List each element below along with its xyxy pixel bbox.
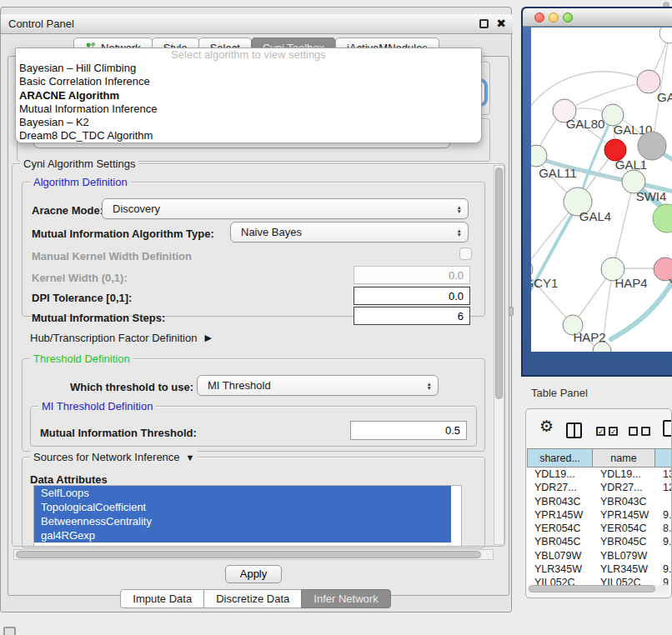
mi-algorithm-type-combobox[interactable]: Naive Bayes ▲▼ — [230, 222, 469, 242]
which-threshold-combobox[interactable]: MI Threshold ▲▼ — [197, 375, 439, 396]
panel-title: Control Panel — [8, 18, 74, 30]
minimize-window-icon[interactable] — [549, 12, 559, 22]
table-cell[interactable]: YDR27... — [527, 481, 593, 494]
settings-horizontal-scrollbar[interactable] — [13, 549, 494, 560]
table-hscrollbar-thumb[interactable] — [529, 585, 655, 592]
split-columns-icon[interactable] — [566, 422, 582, 438]
network-edge[interactable] — [531, 204, 578, 307]
tab-infer-network[interactable]: Infer Network — [301, 589, 390, 608]
table-cell[interactable]: YLR345W — [593, 562, 655, 576]
table-row[interactable]: YBR045CYBR045C9. — [527, 535, 672, 548]
table-row[interactable]: YDR27...YDR27...12 — [527, 481, 672, 494]
table-cell[interactable]: YLR345W — [527, 562, 593, 576]
dpi-tolerance-label: DPI Tolerance [0,1]: — [32, 292, 132, 304]
algorithm-option-bayesian-k2[interactable]: Bayesian – K2 — [16, 116, 481, 129]
table-cell[interactable]: 9. — [655, 562, 672, 576]
checked-checkbox-icon[interactable]: ✓ — [609, 427, 618, 436]
network-node[interactable] — [659, 28, 672, 43]
table-cell[interactable]: YBR043C — [593, 495, 655, 508]
table-row[interactable]: YPR145WYPR145W9. — [527, 508, 672, 522]
network-node-label: Y — [669, 276, 672, 290]
attribute-item-selfloops[interactable]: SelfLoops — [34, 486, 451, 500]
table-cell[interactable]: 12 — [655, 481, 672, 494]
network-edge[interactable] — [531, 72, 649, 118]
network-canvas[interactable]: GALGAL80GAL10GAL1GAL11SWI4GAL4GCY1HAP4YH… — [531, 28, 672, 352]
table-cell[interactable]: YDL19... — [527, 468, 593, 481]
hub-definition-toggle[interactable]: Hub/Transcription Factor Definition ▶ — [30, 332, 212, 344]
table-row[interactable]: YER054CYER054C8. — [527, 522, 672, 535]
table-cell[interactable]: YPR145W — [527, 508, 593, 522]
manual-kernel-width-checkbox[interactable] — [459, 248, 472, 260]
maximize-window-icon[interactable] — [563, 12, 573, 22]
table-cell[interactable]: 8. — [655, 522, 672, 535]
tab-discretize-data[interactable]: Discretize Data — [203, 589, 302, 608]
algorithm-option-aracne-algorithm[interactable]: ARACNE Algorithm — [16, 89, 481, 102]
table-cell[interactable]: YBL079W — [527, 549, 593, 562]
gear-icon[interactable]: ⚙ — [539, 417, 554, 436]
docked-panel-icon[interactable] — [3, 627, 16, 635]
table-cell[interactable]: YDL19... — [593, 468, 655, 481]
table-row[interactable]: YDL19...YDL19...13 — [527, 468, 672, 481]
network-node[interactable] — [638, 132, 666, 160]
algorithm-option-mutual-information-inference[interactable]: Mutual Information Inference — [16, 102, 481, 116]
mi-threshold-input[interactable] — [350, 421, 467, 440]
sources-group-title-row[interactable]: Sources for Network Inference ▼ — [30, 451, 198, 463]
table-cell[interactable]: YBR043C — [527, 495, 593, 508]
unchecked-checkbox-icon[interactable] — [629, 427, 638, 436]
settings-group-title: Cyni Algorithm Settings — [20, 158, 138, 170]
column-header-shared[interactable]: shared... — [527, 448, 593, 468]
table-row[interactable]: YLR345WYLR345W9. — [527, 562, 672, 576]
aracne-mode-combobox[interactable]: Discovery ▲▼ — [102, 198, 469, 219]
table-horizontal-scrollbar[interactable] — [528, 585, 669, 592]
column-header-name[interactable]: name — [593, 448, 655, 468]
algorithm-option-basic-correlation-inference[interactable]: Basic Correlation Inference — [16, 75, 481, 88]
close-panel-icon[interactable]: ✖ — [496, 17, 506, 30]
checked-checkbox-icon[interactable]: ✓ — [596, 427, 605, 436]
network-node[interactable] — [653, 204, 672, 232]
table-cell[interactable]: YDR27... — [593, 481, 655, 494]
document-icon[interactable] — [663, 420, 672, 437]
table-cell[interactable]: YBR045C — [527, 535, 593, 548]
table-panel: ⚙ ✓ ✓ shared...name YDL19...YDL19...13YD… — [525, 408, 672, 598]
attribute-item-topologicalcoefficient[interactable]: TopologicalCoefficient — [34, 500, 451, 514]
network-node-gal11[interactable] — [531, 145, 547, 167]
network-window-titlebar[interactable] — [523, 8, 672, 27]
table-cell[interactable]: 13 — [655, 468, 672, 481]
table-cell[interactable]: YER054C — [527, 522, 593, 535]
column-header-cut[interactable] — [655, 448, 672, 468]
table-cell[interactable]: YER054C — [593, 522, 655, 535]
table-row[interactable]: YBL079WYBL079W — [527, 549, 672, 562]
algorithm-definition-title: Algorithm Definition — [30, 176, 131, 188]
panel-splitter-handle[interactable] — [509, 307, 514, 316]
table-cell[interactable]: YBR045C — [593, 535, 655, 548]
settings-scrollbar-thumb[interactable] — [495, 168, 503, 399]
attribute-item-gal4rgexp[interactable]: gal4RGexp — [34, 528, 451, 542]
expand-right-icon: ▶ — [204, 332, 211, 343]
apply-button[interactable]: Apply — [225, 565, 282, 583]
network-node-label: GAL11 — [539, 166, 577, 180]
dpi-tolerance-input[interactable] — [354, 287, 470, 305]
kernel-width-input[interactable] — [354, 266, 470, 284]
network-node-label: GAL — [657, 90, 672, 104]
table-row[interactable]: YBR043CYBR043C — [527, 495, 672, 508]
table-cell[interactable] — [655, 549, 672, 562]
attribute-item-betweennesscentrality[interactable]: BetweennessCentrality — [34, 514, 451, 528]
table-cell[interactable]: YBL079W — [593, 549, 655, 562]
float-panel-icon[interactable] — [479, 19, 489, 28]
table-cell[interactable] — [655, 495, 672, 508]
close-window-icon[interactable] — [534, 12, 544, 22]
settings-hscrollbar-thumb[interactable] — [16, 551, 481, 558]
tab-impute-data[interactable]: Impute Data — [120, 589, 204, 608]
algorithm-option-dream8-dc-tdc-algorithm[interactable]: Dream8 DC_TDC Algorithm — [16, 129, 481, 142]
table-cell[interactable]: 9. — [655, 535, 672, 548]
collapse-down-icon: ▼ — [186, 452, 195, 462]
settings-vertical-scrollbar[interactable] — [494, 165, 504, 545]
network-node-label: GAL80 — [566, 117, 605, 131]
table-cell[interactable]: 9. — [655, 508, 672, 522]
unchecked-checkbox-icon[interactable] — [641, 427, 650, 436]
mi-steps-input[interactable] — [354, 307, 470, 325]
algorithm-option-bayesian-hill-climbing[interactable]: Bayesian – Hill Climbing — [16, 62, 481, 75]
table-cell[interactable]: YPR145W — [593, 508, 655, 522]
network-edge[interactable] — [613, 182, 634, 269]
aracne-mode-value: Discovery — [113, 202, 160, 215]
